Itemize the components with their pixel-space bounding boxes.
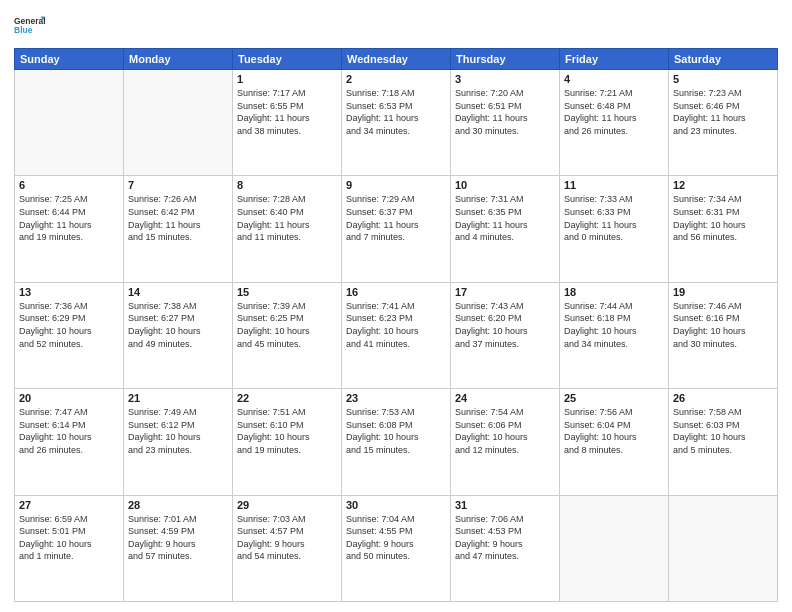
calendar-cell: [15, 70, 124, 176]
day-info: Sunrise: 7:20 AM Sunset: 6:51 PM Dayligh…: [455, 87, 555, 137]
day-info: Sunrise: 7:36 AM Sunset: 6:29 PM Dayligh…: [19, 300, 119, 350]
day-number: 9: [346, 179, 446, 191]
calendar-week-3: 13Sunrise: 7:36 AM Sunset: 6:29 PM Dayli…: [15, 282, 778, 388]
day-info: Sunrise: 7:23 AM Sunset: 6:46 PM Dayligh…: [673, 87, 773, 137]
svg-text:Blue: Blue: [14, 25, 33, 35]
day-number: 21: [128, 392, 228, 404]
day-header-tuesday: Tuesday: [233, 49, 342, 70]
calendar-cell: 19Sunrise: 7:46 AM Sunset: 6:16 PM Dayli…: [669, 282, 778, 388]
calendar-cell: [669, 495, 778, 601]
calendar-header-row: SundayMondayTuesdayWednesdayThursdayFrid…: [15, 49, 778, 70]
day-info: Sunrise: 7:31 AM Sunset: 6:35 PM Dayligh…: [455, 193, 555, 243]
calendar-cell: 4Sunrise: 7:21 AM Sunset: 6:48 PM Daylig…: [560, 70, 669, 176]
day-number: 7: [128, 179, 228, 191]
day-info: Sunrise: 7:25 AM Sunset: 6:44 PM Dayligh…: [19, 193, 119, 243]
day-number: 22: [237, 392, 337, 404]
calendar-cell: 10Sunrise: 7:31 AM Sunset: 6:35 PM Dayli…: [451, 176, 560, 282]
day-info: Sunrise: 7:49 AM Sunset: 6:12 PM Dayligh…: [128, 406, 228, 456]
calendar-cell: 28Sunrise: 7:01 AM Sunset: 4:59 PM Dayli…: [124, 495, 233, 601]
day-number: 3: [455, 73, 555, 85]
calendar-cell: [560, 495, 669, 601]
calendar-cell: 23Sunrise: 7:53 AM Sunset: 6:08 PM Dayli…: [342, 389, 451, 495]
day-number: 1: [237, 73, 337, 85]
day-info: Sunrise: 7:46 AM Sunset: 6:16 PM Dayligh…: [673, 300, 773, 350]
calendar-table: SundayMondayTuesdayWednesdayThursdayFrid…: [14, 48, 778, 602]
day-info: Sunrise: 7:26 AM Sunset: 6:42 PM Dayligh…: [128, 193, 228, 243]
day-info: Sunrise: 7:41 AM Sunset: 6:23 PM Dayligh…: [346, 300, 446, 350]
day-number: 4: [564, 73, 664, 85]
day-number: 18: [564, 286, 664, 298]
day-number: 23: [346, 392, 446, 404]
calendar-cell: 26Sunrise: 7:58 AM Sunset: 6:03 PM Dayli…: [669, 389, 778, 495]
calendar-cell: 5Sunrise: 7:23 AM Sunset: 6:46 PM Daylig…: [669, 70, 778, 176]
calendar-cell: 17Sunrise: 7:43 AM Sunset: 6:20 PM Dayli…: [451, 282, 560, 388]
calendar-cell: 6Sunrise: 7:25 AM Sunset: 6:44 PM Daylig…: [15, 176, 124, 282]
day-header-friday: Friday: [560, 49, 669, 70]
calendar-cell: 13Sunrise: 7:36 AM Sunset: 6:29 PM Dayli…: [15, 282, 124, 388]
day-number: 29: [237, 499, 337, 511]
day-info: Sunrise: 7:58 AM Sunset: 6:03 PM Dayligh…: [673, 406, 773, 456]
day-info: Sunrise: 7:38 AM Sunset: 6:27 PM Dayligh…: [128, 300, 228, 350]
calendar-cell: 14Sunrise: 7:38 AM Sunset: 6:27 PM Dayli…: [124, 282, 233, 388]
calendar-cell: 1Sunrise: 7:17 AM Sunset: 6:55 PM Daylig…: [233, 70, 342, 176]
day-number: 28: [128, 499, 228, 511]
calendar-cell: 16Sunrise: 7:41 AM Sunset: 6:23 PM Dayli…: [342, 282, 451, 388]
day-number: 26: [673, 392, 773, 404]
day-number: 11: [564, 179, 664, 191]
day-header-sunday: Sunday: [15, 49, 124, 70]
calendar-cell: 2Sunrise: 7:18 AM Sunset: 6:53 PM Daylig…: [342, 70, 451, 176]
day-info: Sunrise: 7:47 AM Sunset: 6:14 PM Dayligh…: [19, 406, 119, 456]
calendar-cell: 18Sunrise: 7:44 AM Sunset: 6:18 PM Dayli…: [560, 282, 669, 388]
day-number: 5: [673, 73, 773, 85]
day-number: 16: [346, 286, 446, 298]
day-number: 13: [19, 286, 119, 298]
calendar-cell: 3Sunrise: 7:20 AM Sunset: 6:51 PM Daylig…: [451, 70, 560, 176]
day-number: 25: [564, 392, 664, 404]
calendar-cell: 15Sunrise: 7:39 AM Sunset: 6:25 PM Dayli…: [233, 282, 342, 388]
calendar-cell: 25Sunrise: 7:56 AM Sunset: 6:04 PM Dayli…: [560, 389, 669, 495]
day-info: Sunrise: 7:06 AM Sunset: 4:53 PM Dayligh…: [455, 513, 555, 563]
calendar-cell: 21Sunrise: 7:49 AM Sunset: 6:12 PM Dayli…: [124, 389, 233, 495]
day-number: 14: [128, 286, 228, 298]
day-number: 27: [19, 499, 119, 511]
calendar-cell: 24Sunrise: 7:54 AM Sunset: 6:06 PM Dayli…: [451, 389, 560, 495]
day-number: 12: [673, 179, 773, 191]
calendar-cell: 20Sunrise: 7:47 AM Sunset: 6:14 PM Dayli…: [15, 389, 124, 495]
day-info: Sunrise: 7:56 AM Sunset: 6:04 PM Dayligh…: [564, 406, 664, 456]
calendar-week-1: 1Sunrise: 7:17 AM Sunset: 6:55 PM Daylig…: [15, 70, 778, 176]
day-header-thursday: Thursday: [451, 49, 560, 70]
day-info: Sunrise: 7:39 AM Sunset: 6:25 PM Dayligh…: [237, 300, 337, 350]
day-info: Sunrise: 7:53 AM Sunset: 6:08 PM Dayligh…: [346, 406, 446, 456]
day-number: 15: [237, 286, 337, 298]
calendar-cell: 12Sunrise: 7:34 AM Sunset: 6:31 PM Dayli…: [669, 176, 778, 282]
calendar-cell: 27Sunrise: 6:59 AM Sunset: 5:01 PM Dayli…: [15, 495, 124, 601]
day-info: Sunrise: 7:28 AM Sunset: 6:40 PM Dayligh…: [237, 193, 337, 243]
day-info: Sunrise: 7:44 AM Sunset: 6:18 PM Dayligh…: [564, 300, 664, 350]
day-header-monday: Monday: [124, 49, 233, 70]
day-number: 2: [346, 73, 446, 85]
svg-text:General: General: [14, 16, 46, 26]
day-number: 6: [19, 179, 119, 191]
day-info: Sunrise: 7:18 AM Sunset: 6:53 PM Dayligh…: [346, 87, 446, 137]
page: General Blue SundayMondayTuesdayWednesda…: [0, 0, 792, 612]
day-number: 20: [19, 392, 119, 404]
logo-svg: General Blue: [14, 10, 46, 42]
calendar-cell: 11Sunrise: 7:33 AM Sunset: 6:33 PM Dayli…: [560, 176, 669, 282]
day-number: 8: [237, 179, 337, 191]
day-number: 30: [346, 499, 446, 511]
day-info: Sunrise: 7:33 AM Sunset: 6:33 PM Dayligh…: [564, 193, 664, 243]
calendar-cell: 9Sunrise: 7:29 AM Sunset: 6:37 PM Daylig…: [342, 176, 451, 282]
day-number: 17: [455, 286, 555, 298]
calendar-cell: [124, 70, 233, 176]
calendar-cell: 7Sunrise: 7:26 AM Sunset: 6:42 PM Daylig…: [124, 176, 233, 282]
calendar-cell: 31Sunrise: 7:06 AM Sunset: 4:53 PM Dayli…: [451, 495, 560, 601]
day-number: 24: [455, 392, 555, 404]
calendar-week-4: 20Sunrise: 7:47 AM Sunset: 6:14 PM Dayli…: [15, 389, 778, 495]
day-info: Sunrise: 7:43 AM Sunset: 6:20 PM Dayligh…: [455, 300, 555, 350]
day-info: Sunrise: 7:17 AM Sunset: 6:55 PM Dayligh…: [237, 87, 337, 137]
day-info: Sunrise: 7:01 AM Sunset: 4:59 PM Dayligh…: [128, 513, 228, 563]
day-info: Sunrise: 7:51 AM Sunset: 6:10 PM Dayligh…: [237, 406, 337, 456]
day-info: Sunrise: 7:34 AM Sunset: 6:31 PM Dayligh…: [673, 193, 773, 243]
day-header-saturday: Saturday: [669, 49, 778, 70]
day-info: Sunrise: 7:54 AM Sunset: 6:06 PM Dayligh…: [455, 406, 555, 456]
